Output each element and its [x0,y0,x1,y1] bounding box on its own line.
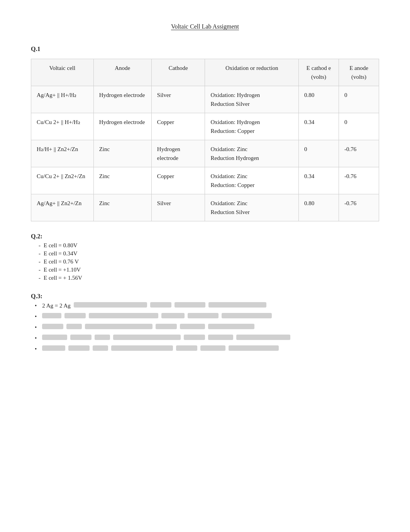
q3-blurred-3b [66,324,82,329]
col-header-voltaic: Voltaic cell [31,59,94,86]
q3-blurred-1d [208,302,266,308]
q2-item-4: E cell = +1.10V [39,267,379,273]
q3-blurred-4e [184,335,205,340]
cell-voltaic: Cu/Cu 2+ || H+/H₂ [31,113,94,140]
cell-anode: Zinc [93,140,151,167]
cell-anode: Hydrogen electrode [93,86,151,113]
q3-blurred-2c [89,313,158,318]
cell-ecath: 0.80 [299,86,339,113]
cell-ecath: 0.34 [299,113,339,140]
q2-label: Q.2: [31,233,379,240]
q3-blurred-2b [64,313,86,318]
cell-voltaic: Ag/Ag+ || Zn2+/Zn [31,194,94,221]
page-title: Voltaic Cell Lab Assigment [31,23,379,30]
q3-blurred-3a [42,324,63,329]
cell-eanode: -0.76 [339,167,379,194]
q3-blurred-5a [42,345,65,351]
cell-redox: Oxidation: HydrogenReduction Silver [205,86,299,113]
q3-blurred-4d [113,335,181,340]
q3-blurred-4f [208,335,233,340]
q3-blurred-4a [42,335,67,340]
q3-blurred-4g [236,335,290,340]
voltaic-cell-table: Voltaic cell Anode Cathode Oxidation or … [31,59,379,221]
cell-voltaic: H₂/H+ || Zn2+/Zn [31,140,94,167]
cell-ecath: 0 [299,140,339,167]
q1-label: Q.1 [31,46,379,53]
cell-cathode: Hydrogen electrode [151,140,205,167]
q3-label: Q.3: [31,293,379,300]
cell-redox: Oxidation: ZincReduction: Copper [205,167,299,194]
q3-blurred-4b [70,335,91,340]
cell-eanode: 0 [339,86,379,113]
cell-eanode: -0.76 [339,194,379,221]
q3-blurred-5e [176,345,197,351]
col-header-cathode: Cathode [151,59,205,86]
q3-blurred-5d [111,345,173,351]
q3-blurred-3c [85,324,152,329]
table-row: Cu/Cu 2+ || Zn2+/ZnZincCopperOxidation: … [31,167,379,194]
cell-cathode: Copper [151,167,205,194]
cell-redox: Oxidation: HydrogenReduction: Copper [205,113,299,140]
q3-section: Q.3: 2 Ag = 2 Ag [31,293,379,352]
q3-item-1: 2 Ag = 2 Ag [35,302,379,309]
q3-item-4 [35,335,379,342]
q2-section: Q.2: E cell = 0.80VE cell = 0.34VE cell … [31,233,379,281]
cell-cathode: Copper [151,113,205,140]
q2-item-1: E cell = 0.80V [39,242,379,249]
q3-item-3 [35,324,379,331]
cell-eanode: 0 [339,113,379,140]
q3-blurred-5f [200,345,225,351]
q3-list: 2 Ag = 2 Ag [35,302,379,352]
col-header-ecath: E cathod e (volts) [299,59,339,86]
q3-blurred-1c [175,302,205,308]
table-row: H₂/H+ || Zn2+/ZnZincHydrogen electrodeOx… [31,140,379,167]
q3-blurred-3e [180,324,205,329]
q3-blurred-5g [229,345,279,351]
q3-blurred-2f [222,313,272,318]
q2-item-3: E cell = 0.76 V [39,258,379,265]
cell-anode: Zinc [93,167,151,194]
q2-item-2: E cell = 0.34V [39,250,379,257]
table-row: Ag/Ag+ || H+/H₂Hydrogen electrodeSilverO… [31,86,379,113]
cell-ecath: 0.80 [299,194,339,221]
col-header-redox: Oxidation or reduction [205,59,299,86]
cell-redox: Oxidation: ZincReduction Silver [205,194,299,221]
q3-item-5 [35,345,379,352]
q3-blurred-2d [161,313,185,318]
table-row: Cu/Cu 2+ || H+/H₂Hydrogen electrodeCoppe… [31,113,379,140]
q3-blurred-5c [93,345,108,351]
q3-blurred-2a [42,313,61,318]
q3-blurred-3f [208,324,254,329]
table-row: Ag/Ag+ || Zn2+/ZnZincSilverOxidation: Zi… [31,194,379,221]
q3-item-2 [35,313,379,320]
cell-eanode: -0.76 [339,140,379,167]
col-header-eanode: E anode (volts) [339,59,379,86]
cell-anode: Hydrogen electrode [93,113,151,140]
q3-blurred-4c [95,335,110,340]
cell-anode: Zinc [93,194,151,221]
q3-first-item-text: 2 Ag = 2 Ag [42,303,70,309]
q3-blurred-3d [156,324,177,329]
q3-blurred-5b [68,345,90,351]
q3-blurred-1a [74,302,147,308]
q3-blurred-1b [150,302,171,308]
cell-voltaic: Cu/Cu 2+ || Zn2+/Zn [31,167,94,194]
col-header-anode: Anode [93,59,151,86]
q3-blurred-2e [188,313,219,318]
cell-cathode: Silver [151,86,205,113]
cell-ecath: 0.34 [299,167,339,194]
cell-cathode: Silver [151,194,205,221]
cell-redox: Oxidation: ZincReduction Hydrogen [205,140,299,167]
q2-item-5: E cell = + 1.56V [39,275,379,281]
cell-voltaic: Ag/Ag+ || H+/H₂ [31,86,94,113]
q2-list: E cell = 0.80VE cell = 0.34VE cell = 0.7… [39,242,379,281]
